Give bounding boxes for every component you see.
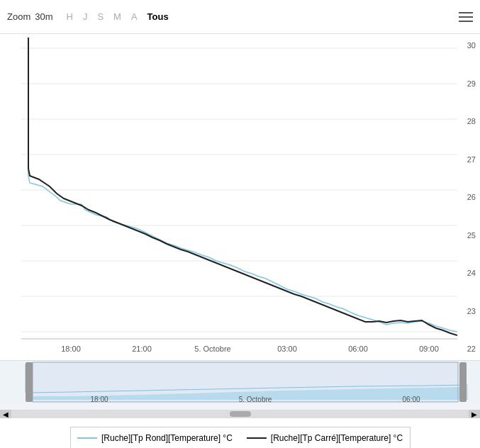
y-label-25: 25 (467, 231, 476, 240)
legend-item-blue: [Ruche][Tp Rond][Temperature] °C (77, 433, 233, 443)
legend-label-black: [Ruche][Tp Carré][Temperature] °C (271, 433, 403, 443)
svg-text:03:00: 03:00 (277, 345, 297, 353)
legend-label-blue: [Ruche][Tp Rond][Temperature] °C (101, 433, 233, 443)
scroll-right-button[interactable]: ▶ (469, 410, 480, 418)
time-btn-j[interactable]: J (79, 10, 92, 23)
y-axis: 30 29 28 27 26 25 24 23 22 (467, 34, 476, 360)
zoom-label: Zoom (7, 11, 30, 22)
time-btn-s[interactable]: S (93, 10, 108, 23)
minimap-area[interactable]: 18:00 5. Octobre 06:00 ◀ ▶ (0, 360, 480, 418)
legend-area: [Ruche][Tp Rond][Temperature] °C [Ruche]… (70, 427, 411, 448)
legend-line-black (247, 437, 267, 439)
svg-rect-20 (459, 362, 467, 402)
chart-svg: 18:00 21:00 5. Octobre 03:00 06:00 09:00 (21, 34, 457, 353)
y-label-27: 27 (467, 155, 476, 164)
y-label-26: 26 (467, 193, 476, 201)
svg-text:06:00: 06:00 (348, 345, 368, 353)
legend-line-blue (77, 437, 97, 439)
y-label-29: 29 (467, 79, 476, 88)
svg-text:18:00: 18:00 (90, 396, 108, 403)
time-btn-h[interactable]: H (62, 10, 77, 23)
time-btn-m[interactable]: M (109, 10, 125, 23)
svg-text:21:00: 21:00 (132, 345, 152, 353)
zoom-value: 30m (35, 11, 52, 22)
y-label-30: 30 (467, 41, 476, 50)
chart-area: 30 29 28 27 26 25 24 23 22 18:00 21:00 5… (0, 34, 480, 360)
svg-text:06:00: 06:00 (402, 396, 420, 403)
scroll-left-button[interactable]: ◀ (0, 410, 11, 418)
svg-text:5. Octobre: 5. Octobre (239, 396, 272, 403)
menu-icon[interactable] (459, 12, 473, 22)
time-btn-tous[interactable]: Tous (143, 10, 173, 23)
svg-text:09:00: 09:00 (419, 345, 439, 353)
top-bar: Zoom 30m H J S M A Tous (0, 0, 480, 34)
y-label-24: 24 (467, 269, 476, 277)
svg-text:5. Octobre: 5. Octobre (194, 345, 230, 353)
y-label-22: 22 (467, 345, 476, 353)
svg-text:18:00: 18:00 (61, 345, 81, 353)
y-label-28: 28 (467, 117, 476, 125)
scrollbar-thumb[interactable] (230, 411, 251, 417)
time-btn-a[interactable]: A (127, 10, 142, 23)
svg-rect-19 (26, 362, 33, 402)
minimap-svg: 18:00 5. Octobre 06:00 (0, 361, 480, 403)
legend-item-black: [Ruche][Tp Carré][Temperature] °C (247, 433, 403, 443)
minimap-scrollbar[interactable]: ◀ ▶ (0, 410, 480, 418)
y-label-23: 23 (467, 307, 476, 315)
